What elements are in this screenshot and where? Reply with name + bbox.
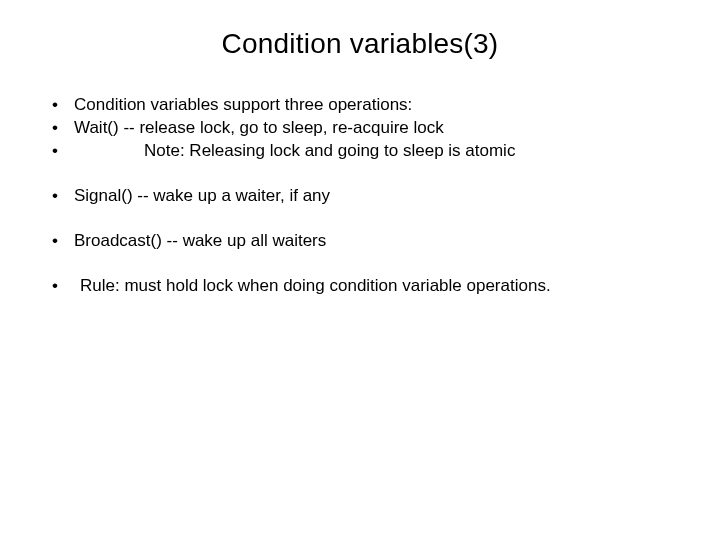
- bullet-text: Rule: must hold lock when doing conditio…: [74, 275, 551, 298]
- bullet-item: Wait() -- release lock, go to sleep, re-…: [40, 117, 680, 140]
- bullet-list: Condition variables support three operat…: [40, 94, 680, 163]
- bullet-item: Note: Releasing lock and going to sleep …: [40, 140, 680, 163]
- slide: Condition variables(3) Condition variabl…: [0, 0, 720, 540]
- bullet-item: Signal() -- wake up a waiter, if any: [40, 185, 680, 208]
- spacer: [40, 208, 680, 230]
- bullet-item: Broadcast() -- wake up all waiters: [40, 230, 680, 253]
- bullet-list: Broadcast() -- wake up all waiters: [40, 230, 680, 253]
- bullet-list: Signal() -- wake up a waiter, if any: [40, 185, 680, 208]
- bullet-item: Rule: must hold lock when doing conditio…: [40, 275, 680, 298]
- bullet-item: Condition variables support three operat…: [40, 94, 680, 117]
- bullet-text: Note: Releasing lock and going to sleep …: [74, 140, 515, 163]
- spacer: [40, 253, 680, 275]
- bullet-list: Rule: must hold lock when doing conditio…: [40, 275, 680, 298]
- slide-title: Condition variables(3): [40, 28, 680, 60]
- spacer: [40, 163, 680, 185]
